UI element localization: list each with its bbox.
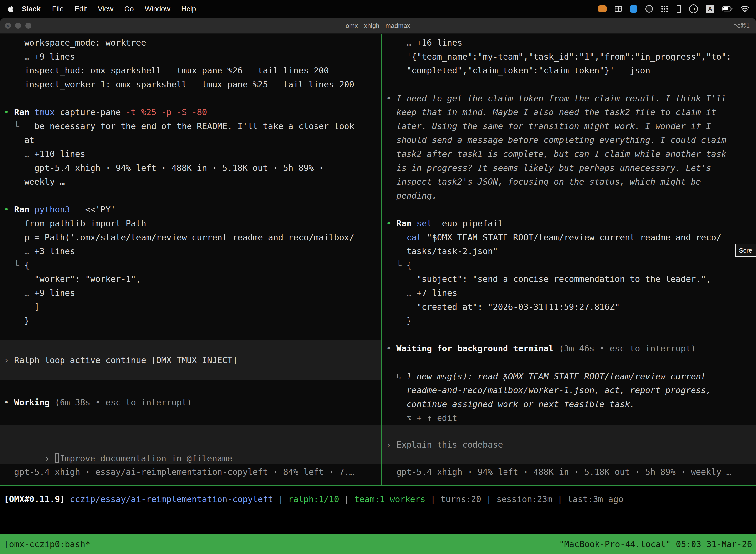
menu-edit[interactable]: Edit xyxy=(69,5,92,13)
text-segment: I need to get the claim token from the c… xyxy=(396,93,727,103)
terminal-line: '{"team_name":"my-team","task_id":"1","f… xyxy=(386,50,756,63)
text-segment: last:3m ago xyxy=(567,494,623,504)
ring-app-icon[interactable] xyxy=(645,5,653,13)
text-segment: Ran xyxy=(14,107,35,117)
text-segment: at xyxy=(4,135,35,145)
text-segment: Ran xyxy=(396,218,417,228)
model-status-left: gpt-5.4 xhigh · essay/ai-reimplementatio… xyxy=(0,465,381,479)
text-segment: cat xyxy=(406,232,427,242)
terminal-line: ] xyxy=(4,300,381,314)
text-segment: … xyxy=(24,246,35,256)
prompt-placeholder-right: › Explain this codebase xyxy=(386,438,503,451)
terminal-line xyxy=(386,77,756,91)
text-segment: p = Path('.omx/state/team/review-current… xyxy=(4,232,354,242)
terminal-line: p = Path('.omx/state/team/review-current… xyxy=(4,230,381,244)
text-segment: -euo pipefail xyxy=(437,218,503,228)
text-segment: gpt-5.4 xhigh · 94% left · 488K in · 5.1… xyxy=(386,467,732,477)
window-shortcut-hint: ⌥⌘1 xyxy=(734,22,756,29)
text-segment: ] xyxy=(4,302,40,312)
text-segment: Explain this codebase xyxy=(396,440,503,449)
tmux-pane-right[interactable]: … +16 lines '{"team_name":"my-team","tas… xyxy=(382,34,756,485)
text-segment: } xyxy=(4,316,29,326)
terminal-line: tasks/task-2.json" xyxy=(386,244,756,258)
terminal-line: "created_at": "2026-03-31T11:59:27.816Z" xyxy=(386,300,756,314)
left-pane-output: workspace_mode: worktree … +9 lines insp… xyxy=(0,34,381,328)
text-segment: (6m 38s • esc to interrupt) xyxy=(50,397,192,407)
terminal-line: inspect_worker-1: omx sparkshell --tmux-… xyxy=(4,77,381,91)
text-segment: cczip/essay/ai-reimplementation-copyleft xyxy=(70,494,273,504)
dots-grid-icon[interactable] xyxy=(661,5,669,13)
text-segment: capture-pane xyxy=(60,107,126,117)
menu-file[interactable]: File xyxy=(47,5,69,13)
text-segment: … xyxy=(24,149,35,159)
text-segment: | xyxy=(552,494,567,504)
screen-recording-indicator-icon[interactable] xyxy=(598,5,607,12)
menu-help[interactable]: Help xyxy=(176,5,202,13)
terminal-line: pending. xyxy=(386,189,756,203)
menu-go[interactable]: Go xyxy=(119,5,139,13)
text-segment: +9 lines xyxy=(35,288,75,298)
terminal-line: at xyxy=(4,133,381,147)
terminal-line: • Ran tmux capture-pane -t %25 -p -S -80 xyxy=(4,105,381,119)
battery-percent-badge[interactable]: 61 xyxy=(689,4,698,13)
text-segment: • xyxy=(386,218,396,228)
text-segment: [OMX#0.11.9] xyxy=(4,494,70,504)
menu-view[interactable]: View xyxy=(92,5,119,13)
terminal-line: • Ran python3 - <<'PY' xyxy=(4,203,381,216)
terminal-line: … +16 lines xyxy=(386,36,756,50)
terminal-line: └ { xyxy=(386,258,756,272)
text-segment: -t %25 -p -S -80 xyxy=(126,107,207,117)
text-segment: set xyxy=(417,218,437,228)
prompt-placeholder: Improve documentation in @filename xyxy=(60,453,233,463)
window-title: omx --xhigh --madmax xyxy=(0,22,756,30)
text-segment: › xyxy=(386,440,396,449)
terminal-line: gpt-5.4 xhigh · 94% left · 488K in · 5.1… xyxy=(4,161,381,175)
window-zoom-button[interactable] xyxy=(25,22,31,29)
text-segment: from pathlib import Path xyxy=(4,218,146,228)
text-segment: inspect_worker-1: omx sparkshell --tmux-… xyxy=(4,79,354,89)
input-source-icon[interactable]: A xyxy=(706,5,714,13)
text-segment: session:23m xyxy=(497,494,552,504)
text-segment: Ralph loop active continue [OMX_TMUX_INJ… xyxy=(14,355,238,365)
text-segment: { xyxy=(406,260,412,270)
terminal-line xyxy=(386,328,756,341)
text-segment xyxy=(386,232,406,242)
working-status-text: • Working (6m 38s • esc to interrupt) xyxy=(4,395,381,409)
text-segment: "$OMX_TEAM_STATE_ROOT/team/review-curren… xyxy=(427,232,721,242)
terminal-line: } xyxy=(4,314,381,328)
tmux-pane-left[interactable]: workspace_mode: worktree … +9 lines insp… xyxy=(0,34,381,485)
text-segment: pending. xyxy=(386,190,437,201)
window-close-button[interactable]: × xyxy=(5,22,11,29)
text-segment: +3 lines xyxy=(35,246,75,256)
text-segment: | xyxy=(481,494,496,504)
battery-icon[interactable] xyxy=(722,6,733,12)
terminal-line: inspect task2's JSON, focusing on the st… xyxy=(386,175,756,189)
text-segment: keep that in mind. Maybe I also need the… xyxy=(386,107,716,117)
text-segment: ralph:1/10 xyxy=(288,494,339,504)
text-segment: … xyxy=(24,288,35,298)
text-segment xyxy=(4,246,24,256)
text-segment: gpt-5.4 xhigh · 94% left · 488K in · 5.1… xyxy=(4,163,324,173)
menu-window[interactable]: Window xyxy=(139,5,176,13)
terminal-line: • Ran set -euo pipefail xyxy=(386,216,756,230)
text-segment: +9 lines xyxy=(35,52,75,62)
text-segment: turns:20 xyxy=(441,494,481,504)
terminal-line: "worker": "worker-1", xyxy=(4,272,381,286)
terminal-line: "subject": "send a concise recommendatio… xyxy=(386,272,756,286)
prompt-input-left[interactable]: › Improve documentation in @filename xyxy=(0,425,381,464)
window-minimize-button[interactable] xyxy=(15,22,21,29)
app-menu-slack[interactable]: Slack xyxy=(18,5,47,13)
text-segment: Ran xyxy=(14,205,35,214)
tmux-host-and-clock: "MacBook-Pro-44.local" 05:03 31-Mar-26 xyxy=(559,539,752,549)
text-segment: "subject": "send a concise recommendatio… xyxy=(386,274,711,284)
text-segment: } xyxy=(386,316,412,326)
terminal-line xyxy=(386,203,756,216)
window-grid-icon[interactable] xyxy=(615,6,622,12)
wifi-icon[interactable] xyxy=(741,6,749,12)
blue-app-icon[interactable] xyxy=(630,5,637,13)
prompt-input-right[interactable]: › Explain this codebase xyxy=(382,425,756,464)
device-mirroring-icon[interactable] xyxy=(677,5,681,13)
apple-menu-icon[interactable] xyxy=(7,5,14,13)
text-segment: - <<'PY' xyxy=(75,205,116,214)
text-segment: gpt-5.4 xhigh · essay/ai-reimplementatio… xyxy=(4,467,354,477)
